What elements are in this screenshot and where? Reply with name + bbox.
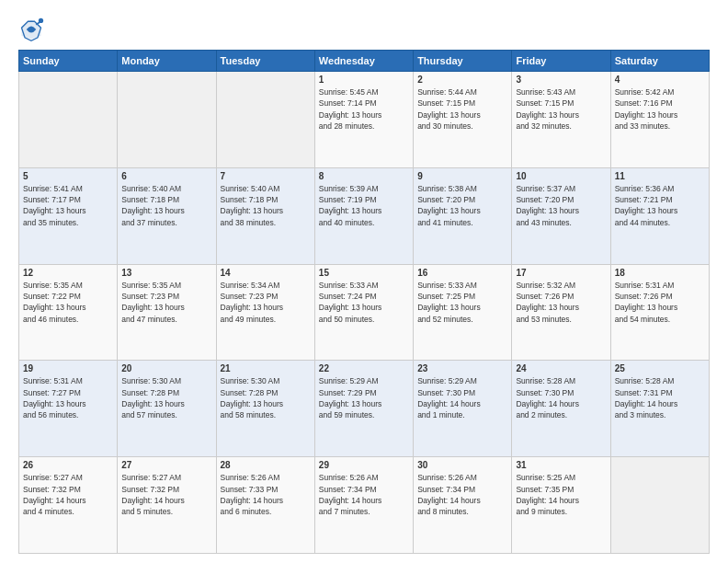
calendar-cell: 25Sunrise: 5:28 AM Sunset: 7:31 PM Dayli… bbox=[610, 361, 709, 457]
day-info: Sunrise: 5:45 AM Sunset: 7:14 PM Dayligh… bbox=[319, 86, 409, 132]
day-number: 8 bbox=[319, 171, 409, 181]
day-info: Sunrise: 5:33 AM Sunset: 7:25 PM Dayligh… bbox=[417, 280, 507, 325]
calendar-cell: 11Sunrise: 5:36 AM Sunset: 7:21 PM Dayli… bbox=[610, 167, 709, 264]
day-header-thursday: Thursday bbox=[414, 51, 512, 72]
calendar-cell: 10Sunrise: 5:37 AM Sunset: 7:20 PM Dayli… bbox=[512, 167, 610, 264]
day-number: 21 bbox=[221, 363, 311, 373]
calendar-cell bbox=[118, 72, 216, 168]
day-number: 19 bbox=[23, 363, 113, 373]
day-number: 28 bbox=[221, 460, 311, 470]
calendar-cell: 23Sunrise: 5:29 AM Sunset: 7:30 PM Dayli… bbox=[414, 361, 512, 457]
calendar-cell: 6Sunrise: 5:40 AM Sunset: 7:18 PM Daylig… bbox=[118, 167, 216, 264]
day-number: 25 bbox=[615, 363, 705, 373]
day-info: Sunrise: 5:40 AM Sunset: 7:18 PM Dayligh… bbox=[221, 183, 311, 228]
header-row: SundayMondayTuesdayWednesdayThursdayFrid… bbox=[19, 51, 710, 72]
calendar-cell: 3Sunrise: 5:43 AM Sunset: 7:15 PM Daylig… bbox=[512, 72, 610, 168]
day-number: 9 bbox=[417, 171, 507, 181]
day-info: Sunrise: 5:26 AM Sunset: 7:33 PM Dayligh… bbox=[221, 472, 311, 517]
day-info: Sunrise: 5:37 AM Sunset: 7:20 PM Dayligh… bbox=[516, 183, 606, 228]
logo bbox=[18, 17, 48, 42]
day-number: 3 bbox=[516, 75, 606, 85]
calendar-cell: 31Sunrise: 5:25 AM Sunset: 7:35 PM Dayli… bbox=[512, 457, 610, 554]
calendar-cell: 5Sunrise: 5:41 AM Sunset: 7:17 PM Daylig… bbox=[19, 167, 118, 264]
calendar-cell: 2Sunrise: 5:44 AM Sunset: 7:15 PM Daylig… bbox=[414, 72, 512, 168]
calendar-cell bbox=[216, 72, 314, 168]
day-info: Sunrise: 5:27 AM Sunset: 7:32 PM Dayligh… bbox=[23, 472, 113, 517]
day-header-sunday: Sunday bbox=[19, 51, 118, 72]
svg-point-3 bbox=[39, 18, 43, 23]
calendar-cell: 20Sunrise: 5:30 AM Sunset: 7:28 PM Dayli… bbox=[118, 361, 216, 457]
day-header-wednesday: Wednesday bbox=[314, 51, 413, 72]
day-number: 1 bbox=[319, 75, 409, 85]
day-info: Sunrise: 5:38 AM Sunset: 7:20 PM Dayligh… bbox=[417, 183, 507, 228]
day-number: 30 bbox=[417, 460, 507, 470]
day-info: Sunrise: 5:31 AM Sunset: 7:27 PM Dayligh… bbox=[23, 375, 113, 420]
calendar-cell: 8Sunrise: 5:39 AM Sunset: 7:19 PM Daylig… bbox=[314, 167, 413, 264]
calendar-cell: 21Sunrise: 5:30 AM Sunset: 7:28 PM Dayli… bbox=[216, 361, 314, 457]
calendar-cell: 29Sunrise: 5:26 AM Sunset: 7:34 PM Dayli… bbox=[314, 457, 413, 554]
day-info: Sunrise: 5:34 AM Sunset: 7:23 PM Dayligh… bbox=[221, 280, 311, 325]
day-info: Sunrise: 5:40 AM Sunset: 7:18 PM Dayligh… bbox=[121, 183, 211, 228]
day-info: Sunrise: 5:30 AM Sunset: 7:28 PM Dayligh… bbox=[121, 375, 211, 420]
day-number: 17 bbox=[516, 268, 606, 278]
day-number: 15 bbox=[319, 268, 409, 278]
day-info: Sunrise: 5:35 AM Sunset: 7:22 PM Dayligh… bbox=[23, 280, 113, 325]
day-info: Sunrise: 5:30 AM Sunset: 7:28 PM Dayligh… bbox=[221, 375, 311, 420]
calendar-page: SundayMondayTuesdayWednesdayThursdayFrid… bbox=[0, 0, 728, 563]
day-header-saturday: Saturday bbox=[610, 51, 709, 72]
calendar-week-5: 26Sunrise: 5:27 AM Sunset: 7:32 PM Dayli… bbox=[19, 457, 710, 554]
day-info: Sunrise: 5:26 AM Sunset: 7:34 PM Dayligh… bbox=[417, 472, 507, 517]
calendar-cell: 26Sunrise: 5:27 AM Sunset: 7:32 PM Dayli… bbox=[19, 457, 118, 554]
day-number: 26 bbox=[23, 460, 113, 470]
day-number: 10 bbox=[516, 171, 606, 181]
day-info: Sunrise: 5:31 AM Sunset: 7:26 PM Dayligh… bbox=[615, 280, 705, 325]
calendar-cell: 24Sunrise: 5:28 AM Sunset: 7:30 PM Dayli… bbox=[512, 361, 610, 457]
calendar-body: 1Sunrise: 5:45 AM Sunset: 7:14 PM Daylig… bbox=[19, 72, 710, 554]
day-header-monday: Monday bbox=[118, 51, 216, 72]
day-number: 16 bbox=[417, 268, 507, 278]
calendar-cell: 30Sunrise: 5:26 AM Sunset: 7:34 PM Dayli… bbox=[414, 457, 512, 554]
day-header-tuesday: Tuesday bbox=[216, 51, 314, 72]
calendar-cell: 22Sunrise: 5:29 AM Sunset: 7:29 PM Dayli… bbox=[314, 361, 413, 457]
day-info: Sunrise: 5:32 AM Sunset: 7:26 PM Dayligh… bbox=[516, 280, 606, 325]
calendar: SundayMondayTuesdayWednesdayThursdayFrid… bbox=[18, 50, 710, 554]
day-info: Sunrise: 5:33 AM Sunset: 7:24 PM Dayligh… bbox=[319, 280, 409, 325]
calendar-cell: 1Sunrise: 5:45 AM Sunset: 7:14 PM Daylig… bbox=[314, 72, 413, 168]
calendar-cell: 13Sunrise: 5:35 AM Sunset: 7:23 PM Dayli… bbox=[118, 264, 216, 361]
calendar-cell bbox=[19, 72, 118, 168]
logo-icon bbox=[18, 17, 44, 42]
header bbox=[18, 17, 710, 42]
day-info: Sunrise: 5:25 AM Sunset: 7:35 PM Dayligh… bbox=[516, 472, 606, 517]
calendar-cell: 17Sunrise: 5:32 AM Sunset: 7:26 PM Dayli… bbox=[512, 264, 610, 361]
day-info: Sunrise: 5:26 AM Sunset: 7:34 PM Dayligh… bbox=[319, 472, 409, 517]
calendar-cell: 19Sunrise: 5:31 AM Sunset: 7:27 PM Dayli… bbox=[19, 361, 118, 457]
day-info: Sunrise: 5:28 AM Sunset: 7:31 PM Dayligh… bbox=[615, 375, 705, 420]
day-number: 22 bbox=[319, 363, 409, 373]
day-info: Sunrise: 5:41 AM Sunset: 7:17 PM Dayligh… bbox=[23, 183, 113, 228]
day-number: 20 bbox=[121, 363, 211, 373]
day-info: Sunrise: 5:29 AM Sunset: 7:30 PM Dayligh… bbox=[417, 375, 507, 420]
calendar-cell: 27Sunrise: 5:27 AM Sunset: 7:32 PM Dayli… bbox=[118, 457, 216, 554]
day-header-friday: Friday bbox=[512, 51, 610, 72]
calendar-cell: 12Sunrise: 5:35 AM Sunset: 7:22 PM Dayli… bbox=[19, 264, 118, 361]
calendar-week-1: 1Sunrise: 5:45 AM Sunset: 7:14 PM Daylig… bbox=[19, 72, 710, 168]
calendar-cell: 18Sunrise: 5:31 AM Sunset: 7:26 PM Dayli… bbox=[610, 264, 709, 361]
day-number: 29 bbox=[319, 460, 409, 470]
day-number: 5 bbox=[23, 171, 113, 181]
calendar-header: SundayMondayTuesdayWednesdayThursdayFrid… bbox=[19, 51, 710, 72]
day-info: Sunrise: 5:35 AM Sunset: 7:23 PM Dayligh… bbox=[121, 280, 211, 325]
day-number: 23 bbox=[417, 363, 507, 373]
calendar-week-2: 5Sunrise: 5:41 AM Sunset: 7:17 PM Daylig… bbox=[19, 167, 710, 264]
calendar-cell: 28Sunrise: 5:26 AM Sunset: 7:33 PM Dayli… bbox=[216, 457, 314, 554]
calendar-table: SundayMondayTuesdayWednesdayThursdayFrid… bbox=[18, 50, 710, 554]
calendar-cell: 4Sunrise: 5:42 AM Sunset: 7:16 PM Daylig… bbox=[610, 72, 709, 168]
day-number: 12 bbox=[23, 268, 113, 278]
day-info: Sunrise: 5:43 AM Sunset: 7:15 PM Dayligh… bbox=[516, 86, 606, 132]
calendar-cell bbox=[610, 457, 709, 554]
day-number: 11 bbox=[615, 171, 705, 181]
day-number: 13 bbox=[121, 268, 211, 278]
day-number: 4 bbox=[615, 75, 705, 85]
day-number: 27 bbox=[121, 460, 211, 470]
day-info: Sunrise: 5:29 AM Sunset: 7:29 PM Dayligh… bbox=[319, 375, 409, 420]
day-number: 2 bbox=[417, 75, 507, 85]
